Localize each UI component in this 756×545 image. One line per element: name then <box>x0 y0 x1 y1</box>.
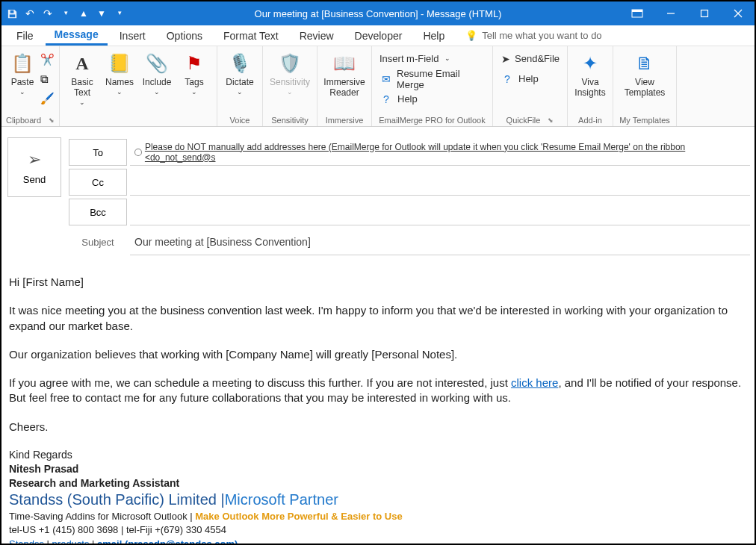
group-voice: Voice <box>222 114 258 125</box>
immersive-button[interactable]: 📖 Immersive Reader <box>322 49 367 101</box>
sig-tels: tel-US +1 (415) 800 3698 | tel-Fiji +(67… <box>9 523 744 537</box>
nav-dropdown-icon[interactable]: ▾ <box>114 7 126 19</box>
book-icon: 📖 <box>332 52 356 75</box>
to-button[interactable]: To <box>69 139 127 166</box>
group-addin: Add-in <box>572 114 608 125</box>
insert-mfield-button[interactable]: Insert m-Field⌄ <box>377 50 488 67</box>
tell-me[interactable]: 💡 Tell me what you want to do <box>465 30 601 41</box>
include-button[interactable]: 📎 Include⌄ <box>139 49 175 99</box>
up-icon[interactable]: ▲ <box>78 7 90 19</box>
ribbon-display-icon[interactable] <box>620 1 654 25</box>
signature: Kind Regards Nitesh Prasad Research and … <box>9 448 744 545</box>
send-file-button[interactable]: ➤Send&File <box>498 50 563 67</box>
down-icon[interactable]: ▼ <box>96 7 108 19</box>
attach-icon: 📎 <box>145 52 169 75</box>
svg-rect-1 <box>9 14 15 17</box>
menu-developer[interactable]: Developer <box>346 27 412 45</box>
message-body[interactable]: Hi [First Name] It was nice meeting you … <box>7 257 750 545</box>
window-title: Our meeting at [Business Convention] - M… <box>255 8 502 19</box>
basic-text-button[interactable]: A Basic Text⌄ <box>64 49 100 110</box>
cut-icon[interactable]: ✂️ <box>40 53 55 66</box>
maximize-button[interactable] <box>687 1 721 25</box>
chevron-down-icon: ⌄ <box>19 88 25 96</box>
cc-field[interactable] <box>130 169 750 196</box>
sig-links: Standss | products | email (prasadn@stan… <box>9 537 744 545</box>
group-quickfile: QuickFile <box>506 116 541 125</box>
cc-button[interactable]: Cc <box>69 169 127 196</box>
names-button[interactable]: 📒 Names⌄ <box>102 49 137 99</box>
compose-area: ➢ Send To Please do NOT manually add add… <box>1 127 755 545</box>
menu-message[interactable]: Message <box>46 25 108 46</box>
sensitivity-button: 🛡️ Sensitivity⌄ <box>267 49 312 99</box>
bcc-field[interactable] <box>130 199 750 225</box>
resume-merge-button[interactable]: ✉Resume Email Merge <box>377 70 488 87</box>
save-icon[interactable] <box>6 7 18 19</box>
sensitivity-icon: 🛡️ <box>278 52 302 75</box>
address-book-icon: 📒 <box>108 52 131 75</box>
send-icon: ➤ <box>501 52 510 66</box>
to-field[interactable]: Please do NOT manually add addresses her… <box>130 139 750 166</box>
templates-button[interactable]: 🗎 View Templates <box>618 49 672 101</box>
svg-rect-3 <box>632 10 642 12</box>
sig-regards: Kind Regards <box>9 448 744 462</box>
undo-icon[interactable]: ↶ <box>24 7 36 19</box>
group-immersive: Immersive <box>322 114 367 125</box>
subject-field[interactable]: Our meeting at [Business Convention] <box>130 228 750 255</box>
ribbon: 📋 Paste ⌄ ✂️ ⧉ 🖌️ Clipboard⬊ A Basic Tex… <box>1 46 755 127</box>
titlebar: ↶ ↷ ▾ ▲ ▼ ▾ Our meeting at [Business Con… <box>1 1 755 25</box>
help-icon: ? <box>501 72 514 86</box>
bulb-icon: 💡 <box>465 30 477 41</box>
flag-icon: ⚑ <box>182 52 206 75</box>
templates-icon: 🗎 <box>633 52 657 75</box>
click-here-link[interactable]: click here <box>511 376 558 389</box>
menu-file[interactable]: File <box>7 27 43 45</box>
viva-button[interactable]: ✦ Viva Insights <box>572 49 608 101</box>
qat-dropdown-icon[interactable]: ▾ <box>60 7 72 19</box>
paste-button[interactable]: 📋 Paste ⌄ <box>6 49 39 99</box>
svg-rect-0 <box>10 10 13 13</box>
body-p3: If you agree with me, we can schedule a … <box>9 376 744 406</box>
dictate-button[interactable]: 🎙️ Dictate⌄ <box>222 49 258 99</box>
send-icon: ➢ <box>28 150 41 169</box>
link-standss[interactable]: Standss <box>9 538 44 545</box>
send-button[interactable]: ➢ Send <box>7 137 61 197</box>
menu-insert[interactable]: Insert <box>111 27 155 45</box>
launcher-icon[interactable]: ⬊ <box>548 116 554 124</box>
to-value: Please do NOT manually add addresses her… <box>145 142 750 163</box>
svg-rect-5 <box>701 10 707 17</box>
group-sensitivity: Sensitivity <box>267 114 312 125</box>
link-products[interactable]: products <box>52 538 90 545</box>
body-p2: Our organization believes that working w… <box>9 347 744 362</box>
merge-help-button[interactable]: ?Help <box>377 90 488 108</box>
viva-icon: ✦ <box>578 52 602 75</box>
body-p1: It was nice meeting you at the business … <box>9 303 744 334</box>
group-templates: My Templates <box>618 114 672 125</box>
sig-company: Standss (South Pacific) Limited |Microso… <box>9 490 744 510</box>
menu-options[interactable]: Options <box>158 27 211 45</box>
paste-label: Paste <box>11 77 34 87</box>
bcc-button[interactable]: Bcc <box>69 199 127 225</box>
group-clipboard: Clipboard <box>6 116 41 125</box>
tell-me-text: Tell me what you want to do <box>482 30 601 41</box>
qf-help-button[interactable]: ?Help <box>498 70 563 87</box>
menu-review[interactable]: Review <box>291 27 343 45</box>
tags-button[interactable]: ⚑ Tags⌄ <box>176 49 212 99</box>
clipboard-icon: 📋 <box>10 52 34 75</box>
sig-role: Research and Marketing Assistant <box>9 476 744 490</box>
minimize-button[interactable] <box>654 1 687 25</box>
launcher-icon[interactable]: ⬊ <box>49 116 55 124</box>
font-icon: A <box>70 52 94 75</box>
copy-icon[interactable]: ⧉ <box>40 72 55 86</box>
close-button[interactable] <box>721 1 755 25</box>
contact-icon <box>134 149 142 156</box>
group-emailmerge: EmailMerge PRO for Outlook <box>377 114 488 125</box>
sig-tagline: Time-Saving Addins for Microsoft Outlook… <box>9 510 744 523</box>
menu-format[interactable]: Format Text <box>214 27 288 45</box>
mic-icon: 🎙️ <box>228 52 252 75</box>
menu-help[interactable]: Help <box>414 27 453 45</box>
format-painter-icon[interactable]: 🖌️ <box>40 92 55 105</box>
redo-icon[interactable]: ↷ <box>42 7 54 19</box>
link-email[interactable]: email (prasadn@standss.com) <box>97 538 238 545</box>
body-p4: Cheers. <box>9 420 744 435</box>
sig-name: Nitesh Prasad <box>9 462 744 476</box>
